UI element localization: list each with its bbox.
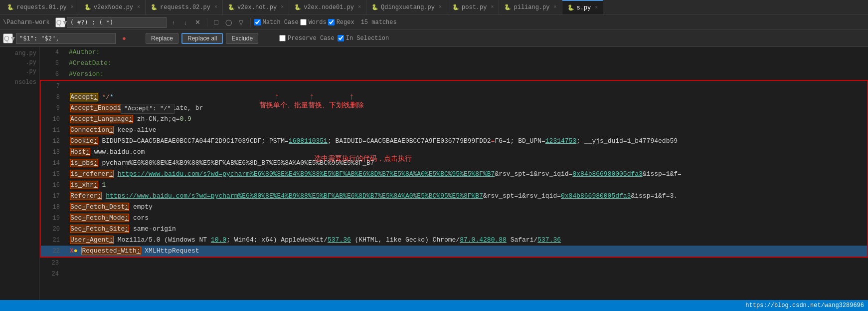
sidebar: ang.py .py .py nsoles (0, 47, 40, 300)
line-num-5: 5 (40, 58, 65, 68)
line-num-9: 9 (41, 103, 66, 113)
tab-icon-py: 🐍 (567, 4, 574, 11)
code-line-20: 20 Sec-Fetch-Site: same-origin (40, 224, 868, 235)
tab-close[interactable]: × (491, 4, 494, 10)
in-selection-checkbox[interactable] (338, 35, 344, 41)
code-content[interactable]: 4 #Author: 5 #CreatDate: 6 #Version: 7 8 (40, 47, 868, 300)
tab-piliang[interactable]: 🐍 piliang.py × (499, 0, 562, 15)
line-num-23: 23 (40, 258, 65, 268)
tab-label: post.py (462, 4, 487, 11)
filter-btn[interactable]: ◯ (223, 17, 234, 28)
preserve-case-checkbox[interactable] (279, 35, 286, 41)
tab-close[interactable]: × (595, 5, 598, 10)
tab-v2exhot[interactable]: 🐍 v2ex.hot.py × (223, 0, 289, 15)
match-highlight-10: Accept-Language: (70, 115, 133, 123)
code-line-19: 19 Sec-Fetch-Mode: cors (40, 213, 868, 224)
prev-match-btn[interactable]: ↑ (168, 17, 179, 28)
tab-close[interactable]: × (554, 4, 557, 10)
line-content-23 (65, 258, 70, 268)
tab-close[interactable]: × (137, 4, 140, 10)
sidebar-item-py2[interactable]: .py (22, 67, 39, 76)
tab-close[interactable]: × (439, 4, 442, 10)
regex-label: Regex (337, 19, 354, 26)
replace-toggle-btn[interactable]: Q▼ (3, 33, 13, 43)
line-num-18: 18 (41, 202, 66, 212)
code-line-13: 13 Host: www.baidu.com (40, 147, 868, 158)
search-find-input[interactable] (67, 17, 167, 28)
tab-label: Qdingxuetang.py (381, 4, 435, 11)
x-marker: X (70, 247, 74, 255)
code-line-17: 17 Referer: https://www.baidu.com/s?wd=p… (40, 191, 868, 202)
sidebar-item-ang[interactable]: ang.py (12, 49, 39, 58)
match-highlight-8: Accept: (70, 93, 98, 101)
line-content-20: Sec-Fetch-Site: same-origin (66, 224, 176, 234)
tab-close[interactable]: × (358, 4, 361, 10)
tab-close[interactable]: × (71, 4, 74, 10)
match-case-checkbox[interactable] (254, 19, 261, 25)
status-bar: https://blog.csdn.net/wang3289696 (0, 300, 868, 311)
line-content-6: #Version: (65, 69, 104, 79)
line-content-18: Sec-Fetch-Dest: empty (66, 202, 153, 212)
tab-close[interactable]: × (281, 4, 284, 10)
code-val-20: same-origin (133, 225, 176, 233)
replace-button[interactable]: Replace (146, 33, 178, 44)
tab-label: piliang.py (514, 4, 549, 11)
code-line-23: 23 (40, 258, 868, 269)
words-option[interactable]: Words (300, 19, 327, 26)
match-case-option[interactable]: Match Case (254, 19, 299, 26)
code-val-13: www.baidu.com (94, 148, 145, 156)
close-search-btn[interactable]: ✕ (192, 17, 203, 28)
match-highlight-14: is_pbs: (70, 159, 98, 167)
tab-label: v2exNode.py (94, 4, 133, 11)
select-all-matches-btn[interactable]: ☐ (211, 17, 222, 28)
code-line-16: 16 is_xhr: 1 (40, 180, 868, 191)
line-num-7: 7 (41, 81, 66, 91)
sidebar-item-py1[interactable]: .py (22, 58, 39, 67)
regex-option[interactable]: Regex (328, 19, 354, 26)
regex-checkbox[interactable] (328, 19, 335, 25)
tab-v2exnode01[interactable]: 🐍 v2ex.node01.py × (289, 0, 366, 15)
tab-icon-py: 🐍 (7, 4, 14, 10)
close-replace-btn[interactable]: ● (119, 33, 130, 44)
search-toggle-btn[interactable]: Q▼ (55, 17, 65, 27)
code-val-8: */* (102, 93, 113, 101)
tab-requests02[interactable]: 🐍 requests.02.py × (146, 0, 223, 15)
sidebar-item-consoles[interactable]: nsoles (12, 78, 39, 87)
tab-qdingxuetang[interactable]: 🐍 Qdingxuetang.py × (366, 0, 447, 15)
line-num-21: 21 (41, 235, 66, 245)
line-content-16: is_xhr: 1 (66, 180, 106, 190)
next-match-btn[interactable]: ↓ (180, 17, 191, 28)
tab-v2exnode[interactable]: 🐍 v2exNode.py × (79, 0, 146, 15)
line-content-11: Connection: keep-alive (66, 125, 157, 135)
match-count: 15 matches (361, 19, 397, 26)
preserve-case-option[interactable]: Preserve Case (279, 35, 335, 42)
replace-all-button[interactable]: Replace all (181, 33, 223, 44)
match-highlight-17: Referer: (70, 192, 102, 200)
filter2-btn[interactable]: ▽ (236, 17, 247, 28)
tooltip-accept: "Accept": "/" (121, 104, 174, 114)
line-num-6: 6 (40, 69, 65, 79)
tab-requests01[interactable]: 🐍 requests.01.py × (2, 0, 79, 15)
preserve-case-label: Preserve Case (288, 35, 335, 42)
line-num-14: 14 (41, 158, 66, 168)
line-num-13: 13 (41, 147, 66, 157)
code-line-9: 9 Accept-Encoding: gzip, deflate, br "Ac… (40, 103, 868, 114)
exclude-button[interactable]: Exclude (226, 33, 258, 44)
line-content-17: Referer: https://www.baidu.com/s?wd=pych… (66, 191, 678, 201)
tab-s-py[interactable]: 🐍 s.py × (562, 0, 604, 15)
line-num-8: 8 (41, 92, 66, 102)
line-num-19: 19 (41, 213, 66, 223)
search-replace-input[interactable] (16, 33, 116, 44)
tab-post[interactable]: 🐍 post.py × (447, 0, 499, 15)
line-content-22: X● Requested-With: XMLHttpRequest (66, 246, 199, 256)
toolbar: \Pacharm-work Q▼ ↑ ↓ ✕ ☐ ◯ ▽ Match Case … (0, 15, 868, 30)
bullet-marker: ● (74, 247, 78, 255)
code-val-11: keep-alive (118, 126, 157, 134)
main-area: ang.py .py .py nsoles 4 #Author: 5 #Crea… (0, 47, 868, 300)
match-highlight-13: Host: (70, 148, 90, 156)
in-selection-option[interactable]: In Selection (338, 35, 389, 42)
tab-label: v2ex.hot.py (237, 4, 277, 11)
tab-close[interactable]: × (214, 4, 217, 10)
words-checkbox[interactable] (300, 19, 307, 25)
replace-toolbar: Q▼ ● Replace Replace all Exclude Preserv… (0, 30, 868, 47)
